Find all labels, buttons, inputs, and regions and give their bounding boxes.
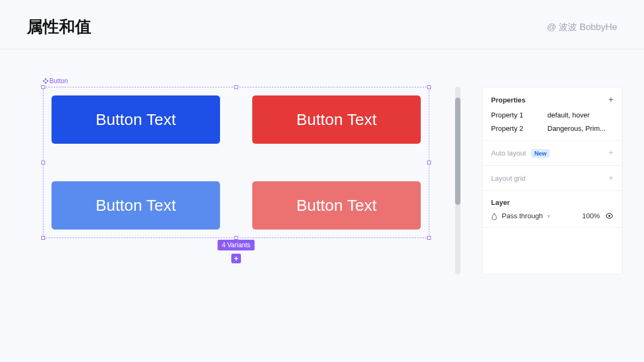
properties-title: Properties <box>491 96 525 104</box>
selection-handle[interactable] <box>41 161 45 165</box>
layer-header: Layer <box>491 198 613 206</box>
button-variant-dangerous-hover[interactable]: Button Text <box>252 181 421 230</box>
properties-header: Properties + <box>491 95 613 105</box>
visibility-toggle[interactable] <box>605 212 613 220</box>
auto-layout-header: Auto layout New + <box>491 148 613 158</box>
layer-title: Layer <box>491 198 510 206</box>
scrollbar-thumb[interactable] <box>455 98 460 205</box>
plus-icon: + <box>609 148 613 157</box>
blend-mode-value: Pass through <box>502 212 543 220</box>
property-name: Property 2 <box>491 124 547 132</box>
plus-icon: + <box>609 95 613 104</box>
layer-row: Pass through ▾ 100% <box>491 212 613 220</box>
properties-section: Properties + Property 1 default, hover P… <box>482 87 622 141</box>
selection-handle[interactable] <box>235 85 238 89</box>
layout-grid-section[interactable]: Layout grid + <box>482 166 622 191</box>
layout-grid-header: Layout grid + <box>491 173 613 183</box>
component-icon <box>43 78 48 84</box>
scrollbar-track[interactable] <box>455 87 460 275</box>
add-property-button[interactable]: + <box>609 95 613 105</box>
main-area: Button Button Text Button Text Button Te… <box>0 49 644 275</box>
svg-rect-2 <box>43 80 45 82</box>
variant-frame[interactable]: Button Text Button Text Button Text Butt… <box>43 87 429 238</box>
plus-icon: + <box>609 173 613 182</box>
svg-rect-0 <box>45 78 47 80</box>
button-text: Button Text <box>96 110 176 129</box>
opacity-value[interactable]: 100% <box>582 212 600 220</box>
component-label[interactable]: Button <box>43 77 68 85</box>
new-badge: New <box>531 149 550 158</box>
property-row[interactable]: Property 1 default, hover <box>491 111 613 119</box>
layout-grid-label: Layout grid <box>491 174 525 182</box>
button-text: Button Text <box>296 196 377 215</box>
page-author: @ 波波 BobbyHe <box>547 21 617 33</box>
inspector-panel: Properties + Property 1 default, hover P… <box>482 87 623 275</box>
variants-badge[interactable]: 4 Variants <box>217 240 254 250</box>
button-variant-dangerous-default[interactable]: Button Text <box>252 95 421 144</box>
svg-rect-3 <box>46 80 48 82</box>
blend-mode-selector[interactable]: Pass through ▾ <box>491 212 550 220</box>
page-header: 属性和值 @ 波波 BobbyHe <box>0 0 644 49</box>
button-text: Button Text <box>96 196 176 215</box>
selection-handle[interactable] <box>41 85 45 89</box>
property-name: Property 1 <box>491 111 547 119</box>
selection-handle[interactable] <box>427 85 431 89</box>
auto-layout-section[interactable]: Auto layout New + <box>482 141 622 166</box>
button-variant-primary-default[interactable]: Button Text <box>52 95 220 144</box>
auto-layout-label: Auto layout <box>491 149 526 157</box>
selection-handle[interactable] <box>41 236 45 240</box>
add-variant-button[interactable]: + <box>231 254 241 263</box>
canvas-area[interactable]: Button Button Text Button Text Button Te… <box>43 87 434 275</box>
property-value: Dangerous, Prim... <box>547 124 613 132</box>
chevron-down-icon: ▾ <box>547 213 550 219</box>
selection-handle[interactable] <box>235 236 238 240</box>
button-variant-primary-hover[interactable]: Button Text <box>52 181 220 230</box>
selection-handle[interactable] <box>427 236 431 240</box>
property-row[interactable]: Property 2 Dangerous, Prim... <box>491 124 613 132</box>
plus-icon: + <box>234 254 238 263</box>
property-value: default, hover <box>547 111 613 119</box>
page-title: 属性和值 <box>27 16 91 38</box>
add-auto-layout-button[interactable]: + <box>609 148 613 158</box>
button-grid: Button Text Button Text Button Text Butt… <box>52 95 421 230</box>
blend-mode-icon <box>491 213 497 219</box>
svg-rect-1 <box>45 82 47 84</box>
selection-handle[interactable] <box>427 161 431 165</box>
component-label-text: Button <box>49 77 68 85</box>
add-layout-grid-button[interactable]: + <box>609 173 613 183</box>
button-text: Button Text <box>296 110 377 129</box>
svg-point-4 <box>609 215 611 217</box>
layer-section: Layer Pass through ▾ 100% <box>482 191 622 228</box>
